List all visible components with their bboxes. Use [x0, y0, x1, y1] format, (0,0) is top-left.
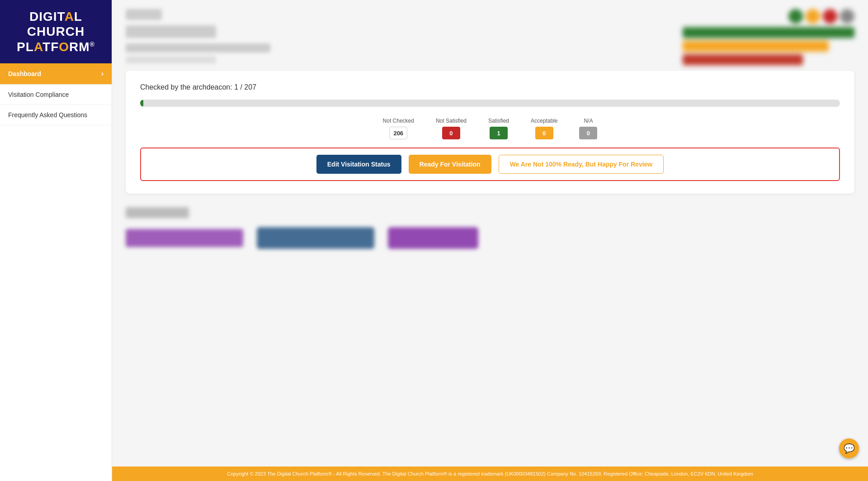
sidebar-item-dashboard[interactable]: Dashboard › — [0, 63, 112, 85]
acceptable-label: Acceptable — [531, 118, 557, 124]
chat-icon: 💬 — [844, 443, 855, 454]
chat-bubble-button[interactable]: 💬 — [839, 438, 859, 458]
bottom-blurred-section — [126, 207, 854, 249]
sidebar-item-visitation-compliance[interactable]: Visitation Compliance — [0, 85, 112, 105]
edit-visitation-status-button[interactable]: Edit Visitation Status — [316, 155, 401, 174]
sidebar-item-dashboard-label: Dashboard — [8, 70, 41, 77]
not-ready-button[interactable]: We Are Not 100% Ready, But Happy For Rev… — [499, 155, 664, 174]
progress-container — [140, 100, 840, 107]
sidebar-navigation: Dashboard › Visitation Compliance Freque… — [0, 63, 112, 481]
sidebar-item-visitation-label: Visitation Compliance — [8, 91, 69, 98]
progress-bar — [140, 100, 143, 107]
status-acceptable: Acceptable 0 — [531, 118, 557, 139]
sidebar-item-faq-label: Frequently Asked Questions — [8, 111, 87, 119]
main-content: Checked by the archdeacon: 1 / 207 Not C… — [112, 0, 868, 467]
footer: Copyright © 2023 The Digital Church Plat… — [112, 467, 868, 481]
logo-text: DIGITAL CHURCH PLATFORM® — [17, 9, 95, 55]
status-not-satisfied: Not Satisfied 0 — [436, 118, 467, 139]
status-na: N/A 0 — [579, 118, 597, 139]
archdeacon-check-card: Checked by the archdeacon: 1 / 207 Not C… — [126, 71, 854, 194]
blurred-header-left — [126, 9, 270, 63]
ready-for-visitation-button[interactable]: Ready For Visitation — [409, 155, 491, 174]
sidebar-item-faq[interactable]: Frequently Asked Questions — [0, 105, 112, 125]
footer-text: Copyright © 2023 The Digital Church Plat… — [227, 471, 753, 476]
not-checked-label: Not Checked — [383, 118, 414, 124]
action-buttons-row: Edit Visitation Status Ready For Visitat… — [140, 148, 840, 181]
status-not-checked: Not Checked 206 — [383, 118, 414, 139]
header-row — [126, 9, 854, 71]
status-satisfied: Satisfied 1 — [488, 118, 509, 139]
not-checked-badge: 206 — [389, 127, 407, 139]
na-badge: 0 — [579, 127, 597, 139]
satisfied-label: Satisfied — [488, 118, 509, 124]
chevron-right-icon: › — [101, 70, 104, 78]
sidebar: DIGITAL CHURCH PLATFORM® Dashboard › Vis… — [0, 0, 112, 481]
satisfied-badge: 1 — [490, 127, 508, 139]
na-label: N/A — [584, 118, 593, 124]
card-title: Checked by the archdeacon: 1 / 207 — [140, 83, 840, 91]
not-satisfied-label: Not Satisfied — [436, 118, 467, 124]
blurred-chart-right — [683, 9, 854, 65]
sidebar-logo: DIGITAL CHURCH PLATFORM® — [0, 0, 112, 63]
not-satisfied-badge: 0 — [442, 127, 460, 139]
status-labels-row: Not Checked 206 Not Satisfied 0 Satisfie… — [140, 118, 840, 139]
acceptable-badge: 0 — [535, 127, 553, 139]
